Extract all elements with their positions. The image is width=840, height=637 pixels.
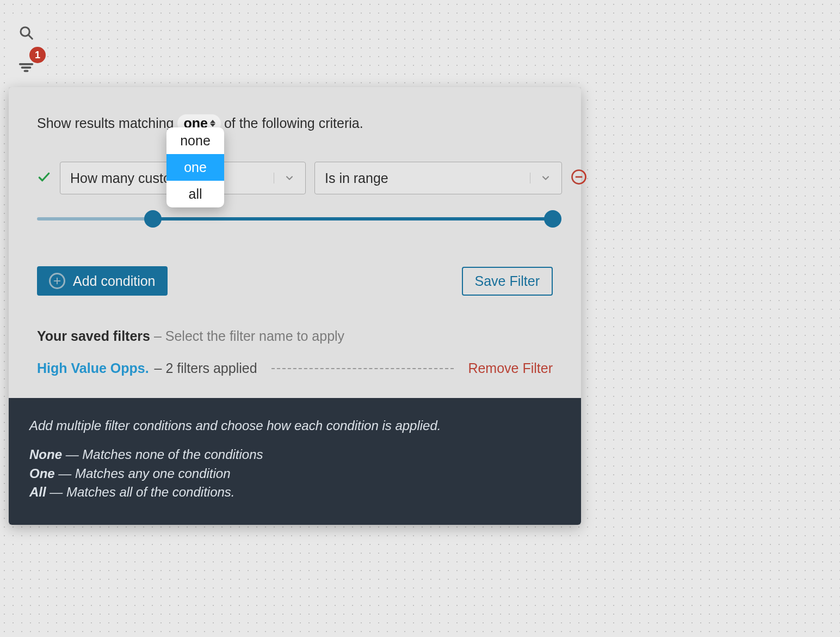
filter-button[interactable]: 1 [9,51,44,86]
filter-panel-body: Show results matching one of the followi… [9,87,581,398]
remove-saved-filter-button[interactable]: Remove Filter [468,360,553,376]
condition-row: How many customers c... Is in range [37,162,553,194]
svg-marker-5 [210,120,215,123]
saved-filters-subtitle: – Select the filter name to apply [150,328,344,344]
save-filter-label: Save Filter [475,273,540,289]
match-mode-option-all[interactable]: all [166,181,224,207]
slider-thumb-high[interactable] [544,210,561,228]
saved-filters-heading: Your saved filters – Select the filter n… [37,328,553,344]
match-mode-option-none[interactable]: none [166,127,224,154]
help-line: One — Matches any one condition [29,464,560,483]
check-icon [37,170,51,186]
filter-count-badge: 1 [29,47,46,63]
slider-thumb-low[interactable] [144,210,162,228]
saved-filter-name[interactable]: High Value Opps. [37,360,149,376]
match-mode-option-one[interactable]: one [166,154,224,181]
help-intro: Add multiple filter conditions and choos… [29,416,560,436]
save-filter-button[interactable]: Save Filter [462,267,553,296]
svg-point-0 [21,27,29,36]
svg-marker-6 [210,124,215,127]
help-line: All — Matches all of the conditions. [29,483,560,502]
saved-filter-row: High Value Opps. – 2 filters applied Rem… [37,360,553,376]
saved-filters-title: Your saved filters [37,328,150,344]
condition-operator-select[interactable]: Is in range [314,162,562,194]
add-condition-button[interactable]: Add condition [37,266,168,296]
saved-filter-meta: – 2 filters applied [155,360,257,376]
remove-condition-button[interactable] [571,169,587,187]
filter-icon [18,59,34,78]
help-footer: Add multiple filter conditions and choos… [9,398,581,525]
chevron-down-icon [274,173,298,183]
match-sentence: Show results matching one of the followi… [37,114,553,132]
add-condition-label: Add condition [73,273,156,289]
match-sentence-prefix: Show results matching [37,115,174,131]
plus-circle-icon [49,273,65,289]
divider-dashed [271,368,454,369]
search-icon [18,24,34,43]
left-toolbar: 1 [9,16,44,86]
search-button[interactable] [9,16,44,51]
slider-fill [153,217,553,220]
match-sentence-suffix: of the following criteria. [224,115,363,131]
range-slider[interactable] [37,210,553,228]
help-line: None — Matches none of the conditions [29,445,560,464]
condition-operator-label: Is in range [325,170,388,186]
filter-panel: Show results matching one of the followi… [9,87,581,525]
match-mode-dropdown: none one all [166,127,224,207]
svg-line-1 [29,35,32,39]
filter-actions-row: Add condition Save Filter [37,266,553,296]
chevron-down-icon [530,173,554,183]
stepper-caret-icon [210,120,215,127]
